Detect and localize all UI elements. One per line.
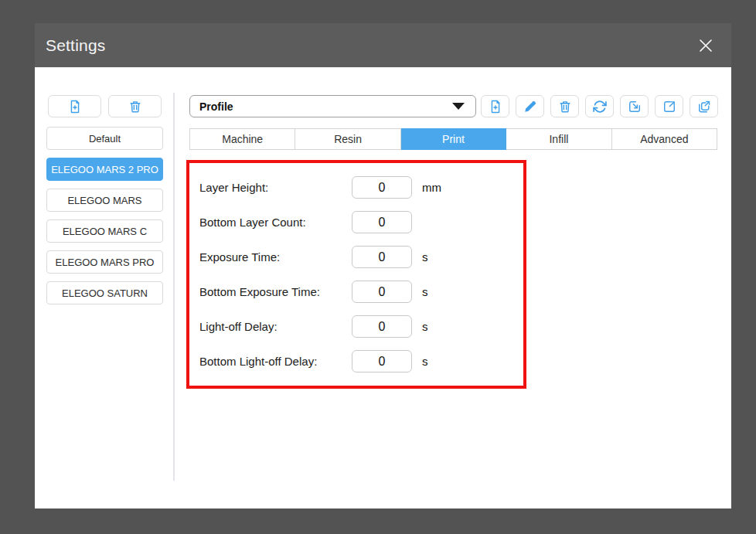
pencil-icon — [523, 99, 538, 114]
tab-print[interactable]: Print — [401, 128, 506, 150]
field-input[interactable] — [352, 176, 412, 199]
field-input[interactable] — [352, 350, 412, 372]
delete-printer-button[interactable] — [108, 95, 162, 117]
field-label: Bottom Layer Count: — [199, 216, 352, 229]
field-unit: s — [422, 320, 428, 333]
file-plus-icon — [67, 99, 83, 114]
printer-label: Default — [89, 133, 121, 145]
profile-toolbar — [481, 95, 718, 117]
form-row: Bottom Light-off Delay: s — [199, 350, 428, 372]
delete-profile-button[interactable] — [550, 95, 579, 117]
printer-label: ELEGOO SATURN — [62, 287, 148, 299]
form-row: Bottom Exposure Time: s — [199, 281, 428, 303]
export-icon — [662, 99, 677, 114]
export-all-icon — [696, 99, 712, 114]
field-unit: mm — [422, 181, 441, 194]
field-label: Exposure Time: — [199, 250, 352, 264]
printer-list-item[interactable]: ELEGOO SATURN — [46, 281, 163, 304]
field-input[interactable] — [352, 211, 412, 233]
printer-list: Default ELEGOO MARS 2 PRO ELEGOO MARS EL… — [46, 127, 163, 304]
printer-list-item[interactable]: ELEGOO MARS — [46, 189, 163, 212]
settings-tabs: MachineResinPrintInfillAdvanced — [189, 128, 717, 150]
refresh-icon — [592, 99, 608, 114]
settings-dialog: Settings Default ELEGOO MARS 2 PRO ELEGO… — [35, 23, 731, 508]
printer-list-item[interactable]: ELEGOO MARS PRO — [46, 250, 163, 274]
reset-profile-button[interactable] — [585, 95, 614, 117]
printer-list-item[interactable]: ELEGOO MARS 2 PRO — [46, 158, 163, 181]
export-all-profiles-button[interactable] — [690, 95, 718, 117]
tab-infill[interactable]: Infill — [506, 129, 611, 149]
printer-label: ELEGOO MARS 2 PRO — [51, 164, 158, 175]
import-profile-button[interactable] — [620, 95, 649, 117]
close-button[interactable] — [694, 34, 717, 57]
printer-toolbar — [48, 95, 162, 117]
chevron-down-icon — [452, 103, 465, 110]
tab-advanced[interactable]: Advanced — [612, 129, 717, 149]
field-unit: s — [422, 250, 428, 264]
close-icon — [696, 36, 715, 55]
field-label: Bottom Light-off Delay: — [199, 355, 352, 368]
form-row: Layer Height: mm — [199, 176, 441, 199]
field-label: Light-off Delay: — [199, 320, 352, 333]
add-printer-button[interactable] — [48, 95, 101, 117]
add-profile-button[interactable] — [481, 95, 509, 117]
file-plus-icon — [488, 99, 503, 114]
printer-label: ELEGOO MARS PRO — [56, 257, 155, 268]
sidebar-divider — [173, 93, 175, 481]
field-unit: s — [422, 285, 428, 298]
export-profile-button[interactable] — [655, 95, 683, 117]
dialog-title: Settings — [46, 36, 105, 55]
form-row: Light-off Delay: s — [199, 315, 428, 338]
form-row: Bottom Layer Count: — [199, 211, 412, 233]
tab-machine[interactable]: Machine — [190, 129, 295, 149]
profile-dropdown[interactable]: Profile — [189, 95, 476, 117]
import-icon — [627, 99, 642, 114]
field-label: Bottom Exposure Time: — [199, 285, 352, 298]
dialog-header: Settings — [35, 23, 731, 67]
printer-label: ELEGOO MARS C — [63, 226, 147, 237]
form-row: Exposure Time: s — [199, 246, 428, 268]
trash-icon — [128, 99, 143, 114]
printer-list-item[interactable]: Default — [46, 127, 163, 150]
printer-label: ELEGOO MARS — [67, 195, 141, 206]
field-input[interactable] — [352, 246, 412, 268]
field-input[interactable] — [352, 281, 412, 303]
trash-icon — [557, 99, 573, 114]
field-label: Layer Height: — [199, 181, 352, 194]
field-unit: s — [422, 355, 428, 368]
tab-resin[interactable]: Resin — [295, 129, 400, 149]
profile-dropdown-label: Profile — [199, 100, 452, 113]
printer-list-item[interactable]: ELEGOO MARS C — [46, 219, 163, 243]
rename-profile-button[interactable] — [516, 95, 544, 117]
field-input[interactable] — [352, 315, 412, 338]
